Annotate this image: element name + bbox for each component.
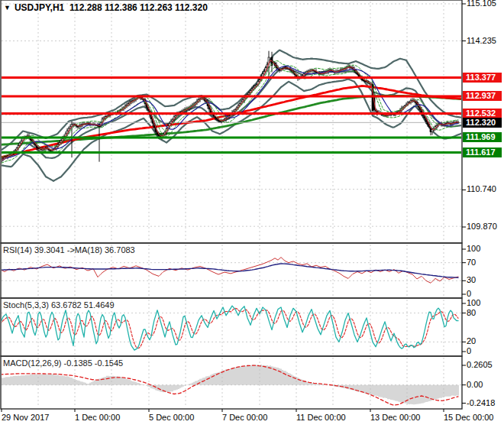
chart-title: ▼USDJPY,H1 112.288 112.386 112.263 112.3… (4, 2, 208, 13)
rsi-panel[interactable] (0, 258, 458, 284)
level-price-tag: 111.969 (463, 132, 502, 142)
price-axis-label: 114.235 (467, 36, 496, 45)
axis-ticks (2, 4, 466, 412)
time-axis-label: 13 Dec 00:00 (370, 413, 420, 422)
macd-axis-label: 0.2605 (467, 360, 493, 369)
macd-panel[interactable] (0, 365, 458, 405)
mt4-chart-window: ▼USDJPY,H1 112.288 112.386 112.263 112.3… (0, 0, 504, 428)
time-axis-label: 1 Dec 00:00 (75, 413, 120, 422)
rsi-axis-label: 70 (467, 258, 476, 267)
ohlc-values: 112.288 112.386 112.263 112.320 (69, 2, 208, 13)
stoch-axis-label: 80 (467, 308, 476, 317)
price-axis-label: 109.870 (467, 222, 497, 231)
level-price-tag: 113.377 (463, 73, 502, 83)
time-axis-label: 11 Dec 00:00 (296, 413, 346, 422)
thin-ma-overlays (2, 60, 458, 163)
time-axis-label: 15 Dec 00:00 (444, 413, 493, 422)
time-axis-label: 7 Dec 00:00 (222, 413, 267, 422)
stoch-axis-label: 20 (467, 336, 476, 345)
level-price-tag: 111.617 (463, 148, 502, 157)
macd-indicator-label: MACD(12,26,9) -0.1385 -0.1545 (3, 358, 123, 368)
rsi-axis-label: 0 (467, 289, 471, 298)
time-axis-label: 5 Dec 00:00 (149, 413, 194, 422)
symbol-dropdown-icon[interactable]: ▼ (4, 4, 11, 11)
stoch-axis-label: 100 (467, 298, 480, 307)
price-axis-label: 115.105 (467, 0, 496, 8)
time-axis-label: 29 Nov 2017 (2, 413, 49, 422)
rsi-axis-label: 100 (467, 244, 480, 253)
macd-axis-label: -0.2418 (467, 398, 495, 407)
level-price-tag: 112.937 (463, 91, 502, 101)
macd-axis-label: 0.00 (467, 380, 483, 389)
stochastic-indicator-label: Stoch(5,3,3) 63.6782 51.4649 (3, 300, 115, 310)
current-price-tag: 112.320 (463, 118, 502, 128)
stochastic-panel[interactable] (0, 306, 458, 350)
rsi-axis-label: 30 (467, 275, 476, 284)
price-axis-label: 110.740 (467, 184, 496, 193)
stoch-axis-label: 0 (467, 346, 471, 355)
symbol-timeframe-label: USDJPY,H1 (15, 2, 64, 13)
rsi-indicator-label: RSI(14) 39.3041 ->MA(18) 36.7083 (3, 245, 135, 255)
